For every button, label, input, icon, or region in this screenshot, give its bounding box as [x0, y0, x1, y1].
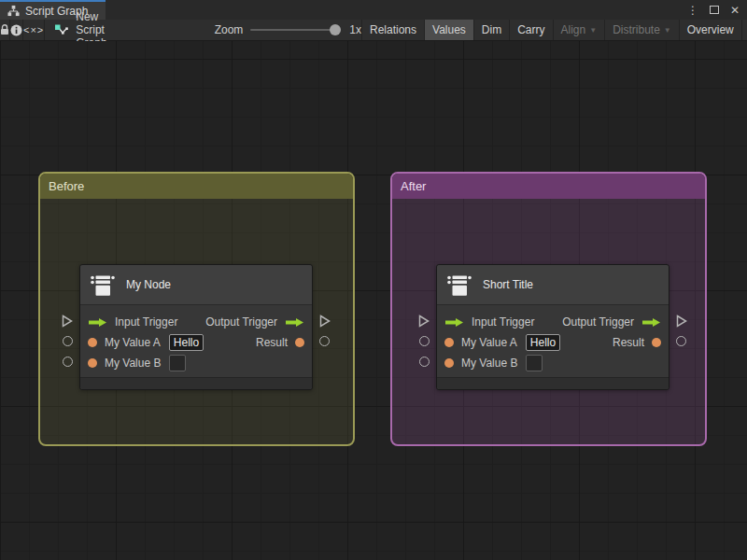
chevron-down-icon: ▼ [664, 26, 671, 35]
group-before-header[interactable]: Before [40, 174, 353, 199]
output-trigger-port-icon[interactable] [319, 315, 331, 328]
info-button[interactable] [10, 20, 23, 40]
input-trigger-label: Input Trigger [115, 315, 177, 329]
dim-label: Dim [482, 23, 501, 36]
value-b-label: My Value B [461, 357, 517, 370]
flow-arrow-icon[interactable] [641, 317, 661, 328]
value-port-dot-icon[interactable] [444, 338, 454, 347]
value-b-row: My Value B [80, 353, 312, 373]
node-short-title[interactable]: Short Title Input Trigger Output Trigger [436, 264, 669, 390]
align-dropdown[interactable]: Align ▼ [553, 20, 605, 40]
flow-arrow-icon[interactable] [88, 317, 107, 328]
trigger-row: Input Trigger Output Trigger [437, 312, 669, 332]
zoom-slider-handle[interactable] [330, 24, 341, 35]
value-b-row: My Value B [437, 353, 669, 373]
overview-label: Overview [687, 23, 734, 36]
input-trigger-port-icon[interactable] [418, 315, 430, 328]
value-b-port-icon[interactable] [419, 357, 430, 367]
node-footer [80, 377, 312, 389]
chevron-down-icon: ▼ [589, 26, 597, 35]
relations-label: Relations [370, 23, 416, 36]
input-trigger-port-icon[interactable] [62, 315, 73, 328]
value-port-dot-icon[interactable] [88, 358, 97, 368]
unit-icon [446, 272, 472, 298]
value-port-dot-icon[interactable] [295, 338, 304, 347]
value-a-label: My Value A [461, 336, 517, 349]
node-my-node[interactable]: My Node Input Trigger Output Trigger [79, 264, 313, 390]
distribute-label: Distribute [613, 23, 660, 36]
lock-button[interactable] [0, 20, 10, 40]
group-after-header[interactable]: After [392, 174, 705, 199]
trigger-row: Input Trigger Output Trigger [80, 312, 312, 332]
value-port-dot-icon[interactable] [444, 358, 454, 368]
value-a-input[interactable]: Hello [169, 334, 204, 351]
carry-button[interactable]: Carry [509, 20, 552, 40]
tab-bar: Script Graph ⋮ ✕ [0, 0, 747, 20]
zoom-label: Zoom [215, 23, 244, 36]
dim-button[interactable]: Dim [473, 20, 509, 40]
lock-icon [0, 24, 9, 35]
values-button[interactable]: Values [424, 20, 473, 40]
unit-icon [90, 272, 116, 298]
node-title: My Node [126, 278, 171, 291]
node-header[interactable]: My Node [80, 265, 312, 305]
distribute-dropdown[interactable]: Distribute ▼ [604, 20, 679, 40]
value-port-dot-icon[interactable] [652, 338, 661, 347]
value-b-input[interactable] [526, 355, 543, 371]
script-graph-icon [53, 23, 69, 37]
carry-label: Carry [517, 23, 544, 36]
output-trigger-port-icon[interactable] [676, 315, 687, 328]
node-header[interactable]: Short Title [437, 265, 669, 305]
close-icon[interactable]: ✕ [730, 5, 740, 16]
value-b-port-icon[interactable] [63, 357, 73, 367]
result-port-icon[interactable] [676, 336, 686, 346]
window-menu-icon[interactable]: ⋮ [687, 5, 698, 16]
value-port-dot-icon[interactable] [88, 338, 97, 347]
graph-hierarchy-icon [7, 5, 20, 17]
flow-arrow-icon[interactable] [444, 317, 464, 328]
graph-canvas[interactable]: Before After [0, 41, 747, 560]
value-a-port-icon[interactable] [419, 336, 430, 346]
group-before-label: Before [49, 179, 84, 193]
result-label: Result [613, 336, 644, 349]
value-b-label: My Value B [105, 357, 161, 370]
info-icon [10, 24, 22, 36]
code-icon: <×> [23, 24, 44, 35]
value-b-input[interactable] [169, 355, 186, 371]
node-title: Short Title [483, 278, 533, 291]
graph-toolbar: <×> New Script Graph Zoom 1x Relations [0, 20, 747, 41]
result-port-icon[interactable] [319, 336, 330, 346]
input-trigger-label: Input Trigger [472, 315, 534, 329]
code-preview-button[interactable]: <×> [23, 20, 45, 40]
fullscreen-button[interactable]: Full Scr [741, 20, 747, 40]
value-a-row: My Value A Hello Result [437, 332, 669, 353]
value-a-label: My Value A [105, 336, 161, 349]
output-trigger-label: Output Trigger [562, 315, 634, 329]
flow-arrow-icon[interactable] [285, 317, 304, 328]
group-after-label: After [401, 179, 426, 193]
zoom-value: 1x [349, 23, 361, 36]
maximize-icon[interactable] [710, 6, 719, 14]
output-trigger-label: Output Trigger [205, 315, 277, 329]
values-label: Values [432, 23, 466, 36]
align-label: Align [561, 23, 586, 36]
tabbar-spacer [106, 0, 687, 20]
unity-script-graph-window: Script Graph ⋮ ✕ [0, 0, 747, 560]
relations-button[interactable]: Relations [361, 20, 424, 40]
graph-breadcrumb[interactable]: New Script Graph [45, 20, 116, 40]
overview-button[interactable]: Overview [679, 20, 741, 40]
value-a-input[interactable]: Hello [526, 334, 560, 351]
zoom-slider[interactable] [250, 29, 336, 31]
value-a-row: My Value A Hello Result [80, 332, 312, 353]
node-footer [437, 377, 669, 389]
toolbar-right-buttons: Relations Values Dim Carry Align ▼ Distr… [361, 20, 747, 40]
value-a-port-icon[interactable] [63, 336, 73, 346]
result-label: Result [256, 336, 288, 349]
